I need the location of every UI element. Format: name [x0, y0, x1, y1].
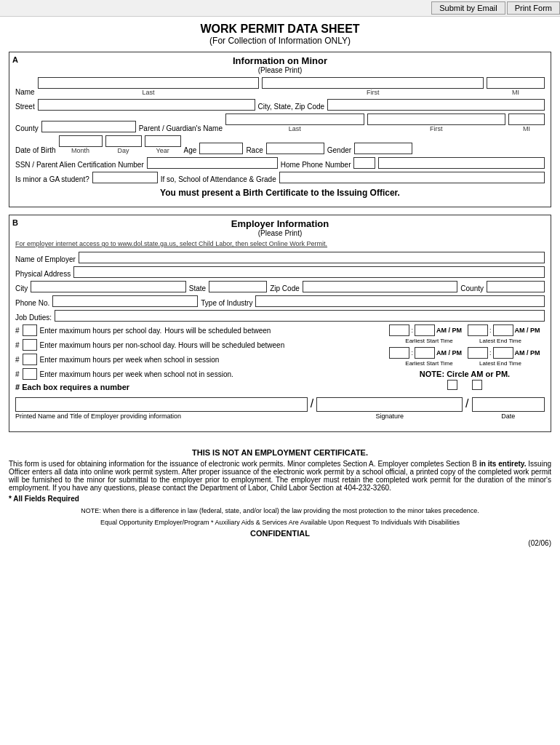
section-b-title: Employer Information: [15, 218, 545, 229]
guardian-first-sublabel: First: [367, 125, 506, 132]
per-week-no-school-label: Enter maximum hours per week when school…: [40, 370, 233, 378]
state-input-b[interactable]: [209, 281, 267, 292]
equal-opportunity: Equal Opportunity Employer/Program * Aux…: [9, 519, 551, 526]
hash-label-1: #: [15, 327, 20, 335]
county-label: County: [15, 124, 39, 132]
name-mi-input[interactable]: [487, 77, 545, 89]
last-sublabel: Last: [38, 89, 260, 96]
zip-label-b: Zip Code: [270, 284, 300, 292]
phone-number-input[interactable]: [378, 157, 545, 169]
date-input[interactable]: [472, 397, 545, 412]
submit-email-button[interactable]: Submit by Email: [431, 1, 505, 15]
name-last-input[interactable]: [38, 77, 260, 89]
section-b-label: B: [12, 218, 18, 227]
street-label: Street: [15, 103, 35, 111]
physical-address-input[interactable]: [73, 266, 545, 278]
state-label-b: State: [189, 284, 206, 292]
birth-cert-notice: You must present a Birth Certificate to …: [15, 188, 545, 198]
age-input[interactable]: [199, 143, 243, 154]
county-input[interactable]: [41, 121, 136, 132]
hash-label-4: #: [15, 370, 20, 378]
section-a-subtitle: (Please Print): [15, 66, 545, 74]
name-first-input[interactable]: [262, 77, 484, 89]
city-input-b[interactable]: [31, 281, 186, 292]
latest-end-label-2: Latest End Time: [468, 360, 533, 367]
first-sublabel: First: [262, 89, 484, 96]
not-employment-title: THIS IS NOT AN EMPLOYMENT CERTIFICATE.: [9, 448, 551, 457]
dob-month-input[interactable]: [59, 135, 103, 147]
am-checkbox[interactable]: [447, 380, 457, 390]
county-label-b: County: [460, 284, 484, 292]
city-label-b: City: [15, 284, 28, 292]
section-b-subtitle: (Please Print): [15, 229, 545, 237]
schedule-between-1: Hours will be scheduled between: [164, 327, 271, 335]
ampm-label-1: AM / PM: [436, 327, 462, 334]
guardian-last-input[interactable]: [225, 113, 364, 125]
ga-student-input[interactable]: [92, 172, 158, 183]
guardian-last-sublabel: Last: [225, 125, 364, 132]
month-sublabel: Month: [59, 147, 103, 154]
hash-box-1[interactable]: [23, 324, 37, 336]
internet-note: For employer internet access go to www.d…: [15, 240, 545, 247]
guardian-label: Parent / Guardian's Name: [139, 124, 223, 132]
physical-address-label: Physical Address: [15, 270, 71, 278]
gender-input[interactable]: [354, 143, 412, 154]
end-time-2b[interactable]: [493, 347, 513, 359]
sig-slash-2: /: [465, 397, 468, 412]
industry-input[interactable]: [255, 295, 545, 307]
city-state-zip-input[interactable]: [327, 99, 545, 111]
mi-sublabel: MI: [487, 89, 545, 96]
earliest-start-label-2: Earliest Start Time: [396, 360, 462, 367]
hash-box-3[interactable]: [23, 354, 37, 365]
printed-name-input[interactable]: [15, 397, 308, 412]
non-school-label: Enter maximum hours per non-school day. …: [40, 341, 285, 349]
end-time-1a[interactable]: [468, 324, 488, 336]
employer-name-input[interactable]: [79, 252, 545, 263]
end-time-2a[interactable]: [468, 347, 488, 359]
guardian-mi-sublabel: MI: [508, 125, 545, 132]
ssn-input[interactable]: [147, 157, 278, 169]
latest-end-label: Latest End Time: [468, 338, 533, 344]
hash-box-4[interactable]: [23, 368, 37, 380]
school-day-label: Enter maximum hours per school day.: [40, 327, 162, 335]
job-duties-input[interactable]: [55, 310, 545, 322]
print-form-button[interactable]: Print Form: [507, 1, 560, 15]
signature-input[interactable]: [316, 397, 463, 412]
dob-year-input[interactable]: [145, 135, 181, 147]
phone-area-input[interactable]: [353, 157, 375, 169]
section-a-title: Information on Minor: [15, 55, 545, 66]
guardian-first-input[interactable]: [367, 113, 506, 125]
gender-label: Gender: [327, 146, 351, 154]
hash-box-2[interactable]: [23, 339, 37, 351]
end-time-1b[interactable]: [493, 324, 513, 336]
pm-checkbox[interactable]: [472, 380, 482, 390]
employer-name-label: Name of Employer: [15, 255, 76, 263]
county-input-b[interactable]: [487, 281, 545, 292]
confidential-label: CONFIDENTIAL: [9, 529, 551, 538]
all-fields-label: * All Fields Required: [9, 495, 551, 503]
start-time-2a[interactable]: [389, 347, 409, 359]
start-time-1a[interactable]: [389, 324, 409, 336]
phone-label-b: Phone No.: [15, 299, 49, 307]
phone-input-b[interactable]: [52, 295, 198, 307]
start-time-2b[interactable]: [415, 347, 435, 359]
age-label: Age: [184, 146, 197, 154]
city-state-zip-label: City, State, Zip Code: [258, 103, 325, 111]
hash-label-2: #: [15, 341, 20, 349]
ampm-label-2: AM / PM: [515, 327, 540, 334]
section-a-label: A: [12, 55, 18, 64]
per-week-school-label: Enter maximum hours per week when school…: [40, 356, 220, 364]
race-input[interactable]: [266, 143, 324, 154]
guardian-mi-input[interactable]: [508, 113, 545, 125]
ampm-label-3: AM / PM: [436, 349, 462, 356]
school-input[interactable]: [279, 172, 545, 183]
form-subtitle: (For Collection of Information ONLY): [9, 36, 551, 46]
dob-day-input[interactable]: [105, 135, 142, 147]
zip-input-b[interactable]: [303, 281, 458, 292]
job-duties-label: Job Duties:: [15, 314, 52, 322]
race-label: Race: [246, 146, 263, 154]
year-sublabel: Year: [145, 147, 181, 154]
day-sublabel: Day: [105, 147, 142, 154]
start-time-1b[interactable]: [415, 324, 435, 336]
street-input[interactable]: [38, 99, 255, 111]
